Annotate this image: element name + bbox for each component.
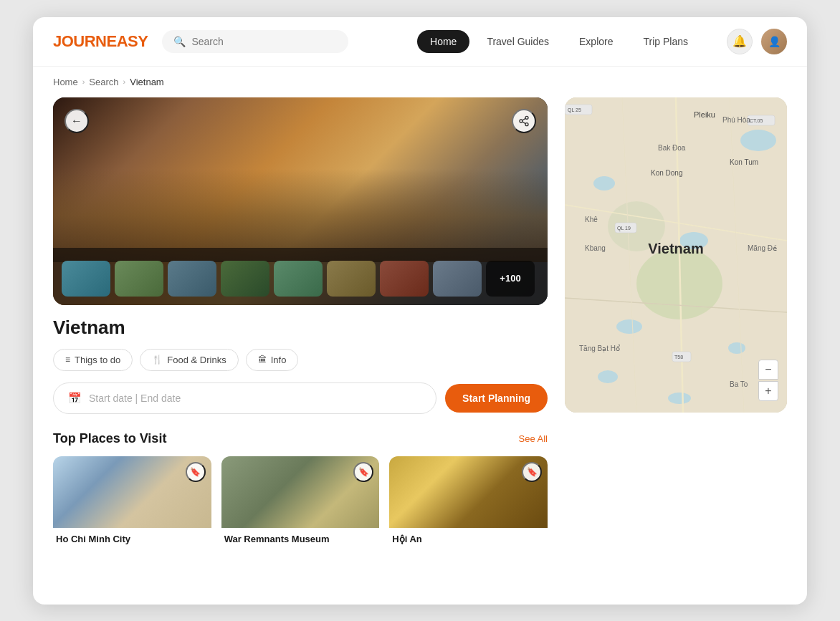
thumbnail-more[interactable]: +100: [486, 261, 535, 297]
map-background: QL 25 CT.05 QL 19 T58 Pleiku Phú Hòa Bak…: [565, 97, 787, 413]
map-container[interactable]: QL 25 CT.05 QL 19 T58 Pleiku Phú Hòa Bak…: [565, 97, 787, 413]
search-bar[interactable]: 🔍: [162, 30, 348, 53]
place-war-name: War Remnants Museum: [221, 528, 380, 547]
place-card-hoian-image: 🔖: [389, 456, 548, 528]
avatar[interactable]: 👤: [761, 29, 787, 54]
map-label-bakdoa: Bak Đoa: [658, 144, 685, 152]
search-input[interactable]: [191, 36, 337, 47]
nav: Home Travel Guides Explore Trip Plans: [417, 30, 701, 53]
date-input-wrap[interactable]: 📅 Start date | End date: [53, 382, 436, 414]
svg-line-4: [522, 118, 526, 120]
map-label-tangbatho: Tăng Bạt Hổ: [579, 345, 620, 352]
map-label-phuboa: Phú Hòa: [722, 116, 750, 124]
breadcrumb-search[interactable]: Search: [89, 77, 118, 87]
place-card-hcmc-image: 🔖: [53, 456, 211, 528]
svg-point-0: [525, 116, 528, 119]
left-panel: ← +100: [53, 97, 548, 547]
svg-text:CT.05: CT.05: [750, 118, 763, 123]
place-title: Vietnam: [53, 317, 548, 339]
avatar-image: 👤: [761, 29, 787, 54]
bookmark-hoian-button[interactable]: 🔖: [522, 462, 542, 482]
svg-point-10: [728, 342, 745, 354]
map-label-kontum: Kon Tum: [730, 158, 758, 166]
section-title: Top Places to Visit: [53, 431, 166, 446]
map-zoom-in-button[interactable]: +: [758, 381, 778, 401]
things-to-do-icon: ≡: [65, 355, 70, 365]
breadcrumb-sep-1: ›: [82, 77, 85, 86]
map-label-vietnam: Vietnam: [648, 240, 703, 256]
thumbnail-3[interactable]: [168, 261, 216, 297]
place-card-hcmc[interactable]: 🔖 Ho Chi Minh City: [53, 456, 211, 547]
gallery-back-button[interactable]: ←: [65, 109, 89, 133]
calendar-icon: 📅: [68, 392, 82, 405]
tags-container: ≡ Thigs to do 🍴 Food & Drinks 🏛 Info: [53, 349, 548, 371]
place-hoian-name: Hội An: [389, 528, 548, 547]
svg-point-9: [616, 319, 642, 334]
thumbnail-2[interactable]: [115, 261, 163, 297]
place-info: Vietnam ≡ Thigs to do 🍴 Food & Drinks 🏛 …: [53, 305, 548, 547]
tag-things-to-do[interactable]: ≡ Thigs to do: [53, 349, 133, 371]
gallery-container: ← +100: [53, 97, 548, 305]
tag-food-drinks[interactable]: 🍴 Food & Drinks: [140, 349, 238, 371]
map-label-pleiku: Pleiku: [694, 110, 715, 119]
svg-point-6: [740, 130, 776, 151]
breadcrumb-current: Vietnam: [130, 77, 163, 87]
tag-info[interactable]: 🏛 Info: [246, 349, 299, 371]
nav-item-home[interactable]: Home: [417, 30, 469, 53]
svg-text:T58: T58: [674, 355, 683, 360]
place-card-hoian[interactable]: 🔖 Hội An: [389, 456, 548, 547]
bookmark-hcmc-button[interactable]: 🔖: [186, 462, 206, 482]
thumbnail-4[interactable]: [221, 261, 269, 297]
map-label-khe: Khê: [585, 216, 598, 223]
bookmark-war-button[interactable]: 🔖: [353, 462, 373, 482]
app-container: JOURNEASY 🔍 Home Travel Guides Explore T…: [33, 17, 807, 605]
map-label-bato: Ba To: [730, 380, 748, 388]
breadcrumb-sep-2: ›: [123, 77, 126, 86]
search-icon: 🔍: [173, 36, 186, 47]
see-all-button[interactable]: See All: [519, 433, 548, 444]
map-label-kbang: Kbang: [585, 244, 606, 252]
header: JOURNEASY 🔍 Home Travel Guides Explore T…: [33, 17, 807, 67]
section-header: Top Places to Visit See All: [53, 431, 548, 446]
svg-line-3: [522, 122, 526, 124]
date-planner: 📅 Start date | End date Start Planning: [53, 382, 548, 414]
start-planning-button[interactable]: Start Planning: [445, 384, 548, 413]
thumbnail-6[interactable]: [327, 261, 376, 297]
breadcrumb-home[interactable]: Home: [53, 77, 78, 87]
map-controls: − +: [758, 360, 778, 401]
svg-point-7: [593, 176, 615, 191]
place-hcmc-name: Ho Chi Minh City: [53, 528, 211, 547]
svg-point-11: [598, 370, 618, 383]
right-panel: QL 25 CT.05 QL 19 T58 Pleiku Phú Hòa Bak…: [565, 97, 787, 547]
gallery-thumbnails: +100: [62, 261, 539, 297]
tag-things-to-do-label: Thigs to do: [75, 355, 120, 365]
main-content: ← +100: [33, 97, 807, 562]
logo: JOURNEASY: [53, 32, 148, 51]
nav-item-travel-guides[interactable]: Travel Guides: [474, 30, 562, 53]
food-drinks-icon: 🍴: [152, 355, 163, 365]
notification-button[interactable]: 🔔: [727, 29, 753, 54]
svg-point-2: [525, 122, 528, 125]
thumbnail-7[interactable]: [380, 261, 429, 297]
info-icon: 🏛: [258, 355, 267, 365]
thumbnail-1[interactable]: [62, 261, 110, 297]
svg-text:QL 19: QL 19: [617, 226, 631, 231]
gallery-share-button[interactable]: [512, 109, 536, 133]
thumbnail-5[interactable]: [274, 261, 323, 297]
nav-item-explore[interactable]: Explore: [566, 30, 626, 53]
places-grid: 🔖 Ho Chi Minh City 🔖 War Remnants Museum: [53, 456, 548, 547]
map-zoom-out-button[interactable]: −: [758, 360, 778, 380]
map-label-kondong: Kon Dong: [651, 169, 682, 177]
tag-info-label: Info: [271, 355, 287, 365]
thumbnail-8[interactable]: [433, 261, 482, 297]
nav-item-trip-plans[interactable]: Trip Plans: [630, 30, 701, 53]
map-label-mangde: Mãng Đề: [748, 244, 777, 252]
svg-text:QL 25: QL 25: [568, 107, 581, 113]
header-right: 🔔 👤: [727, 29, 787, 54]
breadcrumb: Home › Search › Vietnam: [33, 67, 807, 97]
place-card-war-museum-image: 🔖: [221, 456, 380, 528]
svg-point-1: [520, 120, 522, 122]
svg-point-12: [668, 393, 691, 404]
place-card-war-museum[interactable]: 🔖 War Remnants Museum: [221, 456, 380, 547]
tag-food-drinks-label: Food & Drinks: [167, 355, 226, 365]
